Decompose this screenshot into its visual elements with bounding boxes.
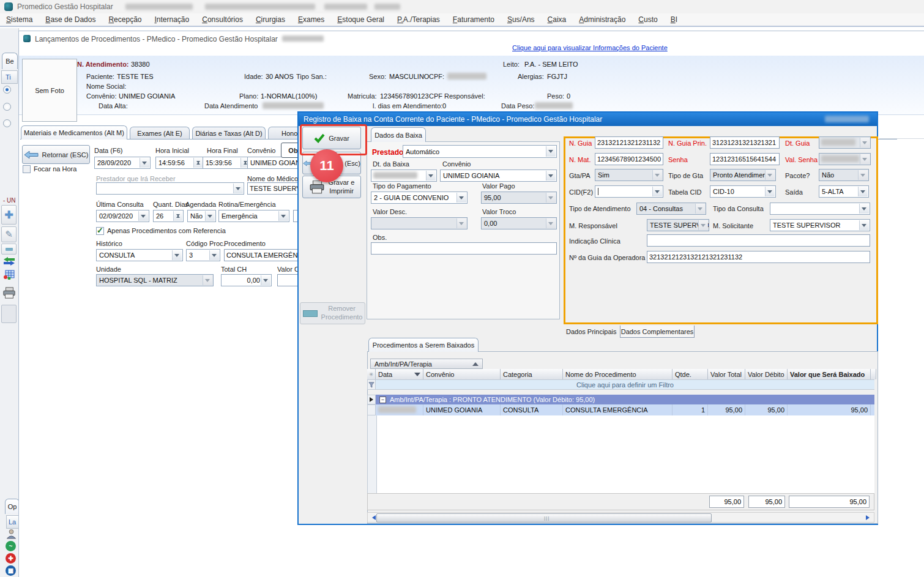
- chevron-down-icon[interactable]: [858, 170, 868, 180]
- data-f6-combo[interactable]: 28/09/2020: [94, 157, 151, 169]
- dock-tab-be[interactable]: Be: [2, 53, 18, 69]
- menu-bi[interactable]: BI: [671, 15, 677, 24]
- n-guia-field[interactable]: 23132121321231132: [595, 136, 663, 149]
- column-header-valor-total[interactable]: Valor Total: [708, 369, 745, 379]
- menu-sistema[interactable]: Sistema: [6, 15, 32, 24]
- chevron-down-icon[interactable]: [698, 220, 708, 230]
- m-responsavel-combo[interactable]: TESTE SUPERVISOR: [647, 219, 709, 231]
- menu-consultorios[interactable]: Consultórios: [202, 15, 243, 24]
- menu-custo[interactable]: Custo: [638, 15, 657, 24]
- menu-cirurgias[interactable]: Cirurgias: [256, 15, 285, 24]
- pacote-combo[interactable]: Não: [819, 169, 869, 181]
- chevron-down-icon[interactable]: [860, 138, 870, 147]
- calc-icon[interactable]: ▦: [6, 565, 16, 576]
- menu-administracao[interactable]: Administração: [579, 15, 625, 24]
- chevron-down-icon[interactable]: [205, 211, 215, 221]
- agendada-combo[interactable]: Não: [187, 210, 216, 222]
- menu-estoque-geral[interactable]: Estoque Geral: [337, 15, 384, 24]
- chevron-down-icon[interactable]: [546, 193, 556, 203]
- gta-pa-combo[interactable]: Sim: [595, 169, 663, 181]
- retornar-esc-button[interactable]: Retornar (ESC): [22, 145, 90, 164]
- collapse-icon[interactable]: −: [379, 396, 386, 403]
- hora-inicial-spinner[interactable]: 14:59:56: [155, 157, 204, 169]
- chevron-down-icon[interactable]: [261, 275, 270, 285]
- chevron-down-icon[interactable]: [233, 184, 243, 193]
- add-button[interactable]: ✚: [1, 205, 17, 225]
- spinner-arrows-icon[interactable]: [193, 158, 203, 168]
- menu-internacao[interactable]: Internação: [154, 15, 189, 24]
- column-header-convenio[interactable]: Convênio: [423, 369, 501, 379]
- chevron-down-icon[interactable]: [138, 211, 148, 221]
- menu-base-de-dados[interactable]: Base de Dados: [45, 15, 95, 24]
- tab-diarias[interactable]: Diárias e Taxas (Alt D): [192, 127, 266, 140]
- tab-dados-complementares[interactable]: Dados Complementares: [620, 326, 695, 338]
- prestador-receber-combo[interactable]: [96, 182, 244, 195]
- chevron-down-icon[interactable]: [860, 154, 870, 164]
- chevron-down-icon[interactable]: [546, 171, 556, 181]
- prestador-combo[interactable]: Automático: [403, 145, 557, 158]
- scroll-left-icon[interactable]: [370, 515, 376, 520]
- saida-combo[interactable]: 5-ALTA: [819, 185, 869, 198]
- unidade-combo[interactable]: HOSPITAL SQL - MATRIZ: [96, 274, 214, 286]
- edit-button[interactable]: ✎: [1, 226, 17, 242]
- dock-tab-op[interactable]: Op: [5, 499, 20, 514]
- chevron-down-icon[interactable]: [695, 204, 705, 214]
- focar-checkbox[interactable]: [23, 165, 31, 173]
- chevron-down-icon[interactable]: [859, 220, 869, 230]
- tab-procedimentos-baixados[interactable]: Procedimentos a Serem Baixados: [368, 338, 479, 352]
- tab-dados-da-baixa[interactable]: Dados da Baixa: [371, 127, 426, 142]
- chevron-down-icon[interactable]: [859, 204, 869, 214]
- hora-final-spinner[interactable]: 15:39:56: [203, 157, 251, 169]
- valor-troco-combo[interactable]: 0,00: [481, 217, 557, 229]
- chevron-down-icon[interactable]: [209, 250, 219, 260]
- ultima-consulta-combo[interactable]: 02/09/2020: [96, 210, 149, 222]
- chevron-down-icon[interactable]: [278, 211, 288, 221]
- menu-caixa[interactable]: Caixa: [548, 15, 567, 24]
- column-header-categoria[interactable]: Categoria: [501, 369, 563, 379]
- filter-row[interactable]: Clique aqui para definir um Filtro: [376, 379, 874, 390]
- print-button[interactable]: [1, 283, 17, 303]
- indicacao-clinica-field[interactable]: [647, 234, 870, 247]
- menu-exames[interactable]: Exames: [298, 15, 324, 24]
- tipo-pagamento-combo[interactable]: 2 - GUIA DE CONVENIO: [371, 192, 468, 204]
- chevron-down-icon[interactable]: [765, 170, 775, 180]
- chevron-down-icon[interactable]: [426, 171, 436, 181]
- column-header-nome[interactable]: Nome do Procedimento: [563, 369, 673, 379]
- tipo-gta-combo[interactable]: Pronto Atendimento: [710, 169, 776, 181]
- dock-radio-2[interactable]: [3, 103, 11, 111]
- remove-button[interactable]: [1, 244, 17, 255]
- chevron-down-icon[interactable]: [140, 158, 149, 168]
- dock-radio-3[interactable]: [3, 119, 11, 127]
- patient-info-link[interactable]: Clique aqui para visualizar Informações …: [512, 44, 668, 51]
- modal-convenio-combo[interactable]: UNIMED GOIANIA: [440, 169, 557, 182]
- chevron-down-icon[interactable]: [456, 193, 466, 203]
- menu-pa-terapias[interactable]: P.A./Terapias: [397, 15, 440, 24]
- column-header-data[interactable]: Data: [376, 369, 423, 379]
- n-guia-operadora-field[interactable]: 3213212123132121321231132: [647, 251, 870, 263]
- vitals-icon[interactable]: ~: [6, 541, 16, 551]
- apenas-checkbox[interactable]: [96, 227, 104, 235]
- scrollbar-thumb[interactable]: |||: [376, 513, 712, 523]
- historico-combo[interactable]: CONSULTA: [96, 249, 183, 261]
- user-icon[interactable]: [6, 529, 17, 539]
- n-mat-field[interactable]: 12345678901234500: [595, 153, 663, 165]
- remover-procedimento-button[interactable]: RemoverProcedimento: [300, 302, 365, 324]
- tipo-atendimento-combo[interactable]: 04 - Consultas: [636, 203, 706, 215]
- h-scrollbar[interactable]: |||: [367, 512, 874, 523]
- tipo-consulta-combo[interactable]: [770, 203, 870, 215]
- cid-combo[interactable]: [595, 185, 663, 198]
- chevron-down-icon[interactable]: [456, 218, 466, 228]
- chevron-down-icon[interactable]: [546, 146, 556, 157]
- menu-recepcao[interactable]: Recepção: [108, 15, 141, 24]
- quant-dias-spinner[interactable]: 26: [153, 210, 184, 222]
- chevron-down-icon[interactable]: [858, 187, 868, 196]
- valor-pago-combo[interactable]: 95,00: [481, 192, 557, 204]
- chevron-down-icon[interactable]: [652, 187, 662, 196]
- n-guia-prin-field[interactable]: 31231231321321321: [710, 136, 780, 149]
- tab-dados-principais[interactable]: Dados Principais: [566, 328, 617, 335]
- menu-sus-ans[interactable]: Sus/Ans: [507, 15, 535, 24]
- filter-down-icon[interactable]: [414, 373, 420, 379]
- chevron-down-icon[interactable]: [765, 187, 775, 196]
- group-by-chip[interactable]: Amb/Int/PA/Terapia: [370, 359, 483, 369]
- valor-desc-combo[interactable]: [371, 217, 468, 229]
